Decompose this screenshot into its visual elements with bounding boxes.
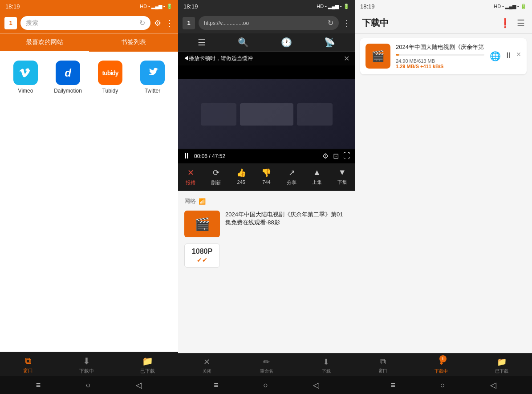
p2-tab-count[interactable]: 1 <box>183 17 195 29</box>
fit-screen-icon[interactable]: ⊡ <box>333 152 339 160</box>
dailymotion-icon: d <box>56 61 80 85</box>
p3-header-icons: ❗ ☰ <box>500 18 525 28</box>
quality-badge[interactable]: 1080P ✔✔ <box>184 244 220 268</box>
p2-nav-close[interactable]: ✕ 关闭 <box>203 357 211 374</box>
like-icon: 👍 <box>236 168 246 178</box>
status-icons-2: HD ▪ ▂▄▆ ▪ 🔋 <box>317 4 349 9</box>
tab-favorites[interactable]: 最喜欢的网站 <box>0 34 89 52</box>
p3-nav-downloaded[interactable]: 📁 已下载 <box>495 357 508 374</box>
fav-dailymotion[interactable]: d Dailymotion <box>49 61 86 94</box>
action-refresh[interactable]: ⟳ 剧新 <box>211 168 221 186</box>
next-icon: ▼ <box>338 168 346 177</box>
p2-nav-download[interactable]: ⬇ 下载 <box>322 357 331 374</box>
action-like[interactable]: 👍 245 <box>236 168 246 186</box>
p3-bottom-nav: ⧉ 窗口 ⬇ 1 下载中 📁 已下载 <box>355 353 532 376</box>
quality-text: 1080P <box>190 248 214 256</box>
tab-count[interactable]: 1 <box>4 17 17 29</box>
panel-video-player: 18:19 HD ▪ ▂▄▆ ▪ 🔋 1 https://v..........… <box>178 0 355 394</box>
rename-label: 重命名 <box>260 368 273 374</box>
p2-more-icon[interactable]: ⋮ <box>342 18 350 28</box>
p3-downloaded-label: 已下载 <box>495 368 508 374</box>
android-menu-1[interactable]: ≡ <box>36 381 41 390</box>
dl-close-icon[interactable]: ✕ <box>516 51 521 61</box>
dl-stats: 24.90 MB/613 MB <box>396 58 484 64</box>
p2-url-bar[interactable]: https://v..............oo ↻ <box>199 16 339 30</box>
p3-downloading-icon: ⬇ 1 <box>438 357 445 367</box>
action-prev[interactable]: ▲ 上集 <box>312 168 322 186</box>
android-back-3[interactable]: ◁ <box>490 380 496 390</box>
more-icon[interactable]: ⋮ <box>166 18 174 28</box>
nav-windows-1[interactable]: ⧉ 窗口 <box>23 356 33 374</box>
p2-refresh-icon[interactable]: ↻ <box>328 19 333 27</box>
dislike-icon: 👎 <box>261 168 271 178</box>
p2-toolbar: 1 https://v..............oo ↻ ⋮ <box>178 12 355 33</box>
refresh-vid-icon: ⟳ <box>213 168 219 178</box>
alert-icon[interactable]: ❗ <box>500 18 511 28</box>
dl-thumb: 🎬 <box>365 44 390 69</box>
status-bar-3: 18:19 HD ▪ ▂▄▆ ▪ 🔋 <box>355 0 532 12</box>
nav-downloaded-1[interactable]: 📁 已下载 <box>140 356 155 374</box>
action-report[interactable]: ✕ 报错 <box>186 168 195 186</box>
nav-windows-label-1: 窗口 <box>23 367 33 374</box>
report-icon: ✕ <box>187 168 194 178</box>
error-close-btn[interactable]: ✕ <box>344 54 349 63</box>
search-box[interactable]: 搜索 ↻ <box>20 16 150 30</box>
video-thumb-content <box>201 103 333 126</box>
video-container[interactable]: ⏸ 00:06 / 47:52 ⚙ ⊡ ⛶ <box>178 65 355 163</box>
downloaded-icon-1: 📁 <box>142 356 153 366</box>
settings-icon[interactable]: ⚙ <box>154 18 161 28</box>
p2-nav-rename[interactable]: ✏ 重命名 <box>260 357 273 374</box>
android-back-1[interactable]: ◁ <box>136 380 142 390</box>
p2-search-icon[interactable]: 🔍 <box>238 37 249 48</box>
prev-label: 上集 <box>312 179 322 186</box>
android-home-1[interactable]: ○ <box>86 381 91 390</box>
thumb-block-1 <box>201 103 236 126</box>
fullscreen-icon[interactable]: ⛶ <box>343 152 350 160</box>
dl-speed: 1.29 MB/S +411 kB/S <box>396 64 484 69</box>
search-placeholder: 搜索 <box>26 19 38 27</box>
p3-downloaded-icon: 📁 <box>497 357 507 367</box>
p3-downloading-label: 下载中 <box>435 368 448 374</box>
twitter-icon <box>140 61 165 85</box>
settings-ctrl-icon[interactable]: ⚙ <box>322 152 329 160</box>
downloading-icon-1: ⬇ <box>83 356 90 366</box>
time-2: 18:19 <box>183 3 198 10</box>
favorites-grid: Vimeo d Dailymotion tubidy Tubidy Twitte… <box>0 52 178 103</box>
action-share[interactable]: ↗ 分享 <box>287 168 296 186</box>
status-icons-3: HD ▪ ▂▄▆ ▪ 🔋 <box>494 4 527 9</box>
fav-twitter[interactable]: Twitter <box>134 61 171 94</box>
p2-rss-icon[interactable]: 📡 <box>324 37 335 48</box>
p2-history-icon[interactable]: 🕐 <box>281 37 292 48</box>
video-ctrl-icons: ⚙ ⊡ ⛶ <box>322 152 350 160</box>
fav-vimeo[interactable]: Vimeo <box>7 61 44 94</box>
p3-nav-downloading[interactable]: ⬇ 1 下载中 <box>435 357 448 374</box>
dl-empty-area <box>355 79 532 353</box>
action-dislike[interactable]: 👎 744 <box>261 168 271 186</box>
tab-bookmarks[interactable]: 书签列表 <box>89 34 178 52</box>
android-menu-3[interactable]: ≡ <box>390 381 395 390</box>
android-home-2[interactable]: ○ <box>263 381 268 390</box>
refresh-icon[interactable]: ↻ <box>139 19 145 27</box>
share-icon: ↗ <box>288 168 295 178</box>
fav-tubidy[interactable]: tubidy Tubidy <box>92 61 129 94</box>
p3-header: 下载中 ❗ ☰ <box>355 12 532 34</box>
p3-nav-windows[interactable]: ⧉ 窗口 <box>378 357 387 374</box>
p2-menu-icon[interactable]: ☰ <box>198 37 206 48</box>
p2-toolbar-icons: ⋮ <box>342 18 350 28</box>
dailymotion-label: Dailymotion <box>54 88 82 94</box>
action-next[interactable]: ▼ 下集 <box>337 168 347 186</box>
dl-globe-icon[interactable]: 🌐 <box>490 51 501 61</box>
android-home-3[interactable]: ○ <box>440 381 445 390</box>
nav-downloading-1[interactable]: ⬇ 下载中 <box>79 356 94 374</box>
nav-tabs: 最喜欢的网站 书签列表 <box>0 33 178 52</box>
status-icons-1: HD ▪ ▂▄▆ ▪ 🔋 <box>140 4 173 9</box>
list-icon[interactable]: ☰ <box>517 18 525 28</box>
dl-pause-icon[interactable]: ⏸ <box>504 51 512 61</box>
next-label: 下集 <box>337 179 347 186</box>
video-thumb-sq: 🎬 <box>184 211 220 237</box>
play-pause-btn[interactable]: ⏸ <box>183 151 191 161</box>
android-nav-3: ≡ ○ ◁ <box>355 376 532 394</box>
android-menu-2[interactable]: ≡ <box>214 381 219 390</box>
android-back-2[interactable]: ◁ <box>313 380 319 390</box>
refresh-label: 剧新 <box>211 179 221 186</box>
